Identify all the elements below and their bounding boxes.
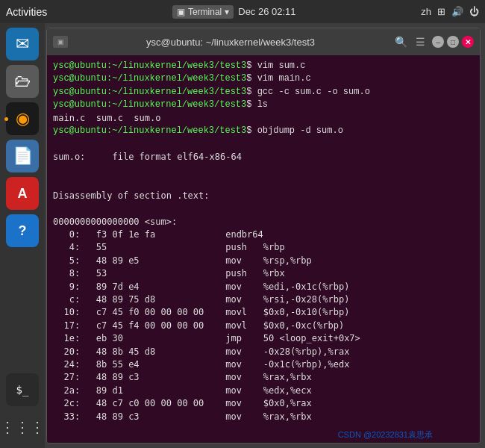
terminal-output-disassembly: Disassembly of section .text: (53, 190, 474, 202)
window-controls: – □ ✕ (432, 36, 474, 48)
terminal-line-3: ysc@ubuntu:~/linuxkernel/week3/test3$ gc… (53, 86, 474, 99)
terminal-output-format: sum.o: file format elf64-x86-64 (53, 151, 474, 164)
terminal-asm-1e: 1e: eb 30 jmp 50 <loop_exit+0x7> (53, 332, 474, 345)
lang-selector[interactable]: zh (421, 6, 431, 17)
terminal-asm-24: 24: 8b 55 e4 mov -0x1c(%rbp),%edx (53, 358, 474, 371)
terminal-output-ls: main.c sum.c sum.o (53, 112, 474, 125)
maximize-button[interactable]: □ (447, 36, 459, 48)
terminal-asm-4: 4: 55 push %rbp (53, 241, 474, 254)
terminal-asm-2c: 2c: 48 c7 c0 00 00 00 00 mov $0x0,%rax (53, 397, 474, 410)
terminal-window-button[interactable]: ▣ Terminal ▾ (172, 5, 234, 19)
terminal-asm-20: 20: 48 8b 45 d8 mov -0x28(%rbp),%rax (53, 346, 474, 358)
chevron-down-icon: ▾ (225, 7, 229, 17)
sidebar-item-grid[interactable]: ⋮⋮⋮ (6, 411, 39, 444)
terminal-titlebar: ▣ ysc@ubuntu: ~/linuxkernel/week3/test3 … (47, 28, 480, 55)
sidebar-item-terminal[interactable]: $_ (6, 373, 39, 406)
sidebar-item-apps[interactable]: A (6, 177, 39, 210)
terminal-asm-10: 10: c7 45 f0 00 00 00 00 movl $0x0,-0x10… (53, 306, 474, 319)
terminal-blank-4 (53, 202, 474, 215)
power-icon: ⏻ (469, 6, 479, 17)
top-bar-right: zh ⊞ 🔊 ⏻ (421, 6, 479, 17)
sidebar-item-files[interactable]: 🗁 (6, 65, 39, 98)
terminal-blank-1 (53, 137, 474, 150)
menu-button[interactable]: ☰ (413, 34, 428, 49)
terminal-icon: ▣ (177, 7, 185, 17)
sidebar-item-music[interactable]: ◉ (6, 102, 39, 135)
terminal-blank-2 (53, 164, 474, 176)
datetime: Dec 26 02:11 (238, 6, 295, 17)
close-button[interactable]: ✕ (462, 36, 474, 48)
sidebar: ✉ 🗁 ◉ 📄 A ? $_ ⋮⋮⋮ (0, 23, 45, 448)
terminal-asm-8: 8: 53 push %rbx (53, 267, 474, 280)
terminal-content[interactable]: ysc@ubuntu:~/linuxkernel/week3/test3$ vi… (47, 55, 480, 443)
terminal-window: ▣ ysc@ubuntu: ~/linuxkernel/week3/test3 … (46, 28, 481, 444)
terminal-label: Terminal (188, 7, 222, 17)
main-area: ✉ 🗁 ◉ 📄 A ? $_ ⋮⋮⋮ ▣ ysc@ubuntu: ~/linux… (0, 23, 485, 448)
terminal-asm-9: 9: 89 7d e4 mov %edi,-0x1c(%rbp) (53, 281, 474, 293)
terminal-asm-17: 17: c7 45 f4 00 00 00 00 movl $0x0,-0xc(… (53, 320, 474, 332)
volume-icon: 🔊 (451, 6, 463, 17)
terminal-blank-3 (53, 177, 474, 190)
terminal-line-4: ysc@ubuntu:~/linuxkernel/week3/test3$ ls (53, 99, 474, 111)
minimize-button[interactable]: – (432, 36, 444, 48)
activities-button[interactable]: Activities (6, 6, 47, 18)
terminal-line-1: ysc@ubuntu:~/linuxkernel/week3/test3$ vi… (53, 60, 474, 72)
terminal-asm-c: c: 48 89 75 d8 mov %rsi,-0x28(%rbp) (53, 293, 474, 306)
terminal-line-5: ysc@ubuntu:~/linuxkernel/week3/test3$ ob… (53, 125, 474, 137)
top-bar: Activities ▣ Terminal ▾ Dec 26 02:11 zh … (0, 0, 485, 23)
terminal-asm-2a: 2a: 89 d1 mov %edx,%ecx (53, 385, 474, 397)
terminal-line-2: ysc@ubuntu:~/linuxkernel/week3/test3$ vi… (53, 72, 474, 85)
top-bar-center: ▣ Terminal ▾ Dec 26 02:11 (172, 5, 296, 19)
terminal-asm-0: 0: f3 0f 1e fa endbr64 (53, 228, 474, 241)
terminal-asm-33: 33: 48 89 c3 mov %rax,%rbx (53, 411, 474, 423)
terminal-asm-27: 27: 48 89 c3 mov %rax,%rbx (53, 371, 474, 384)
sidebar-item-mail[interactable]: ✉ (6, 28, 39, 60)
terminal-asm-5: 5: 48 89 e5 mov %rsp,%rbp (53, 255, 474, 267)
search-button[interactable]: 🔍 (393, 34, 408, 49)
sidebar-item-docs[interactable]: 📄 (6, 140, 39, 172)
sidebar-item-help[interactable]: ? (6, 214, 39, 247)
network-icon: ⊞ (437, 6, 445, 17)
terminal-output-sum-label: 0000000000000000 <sum>: (53, 216, 474, 228)
terminal-titlebar-title: ysc@ubuntu: ~/linuxkernel/week3/test3 (72, 37, 389, 48)
terminal-titlebar-icon: ▣ (53, 36, 68, 48)
